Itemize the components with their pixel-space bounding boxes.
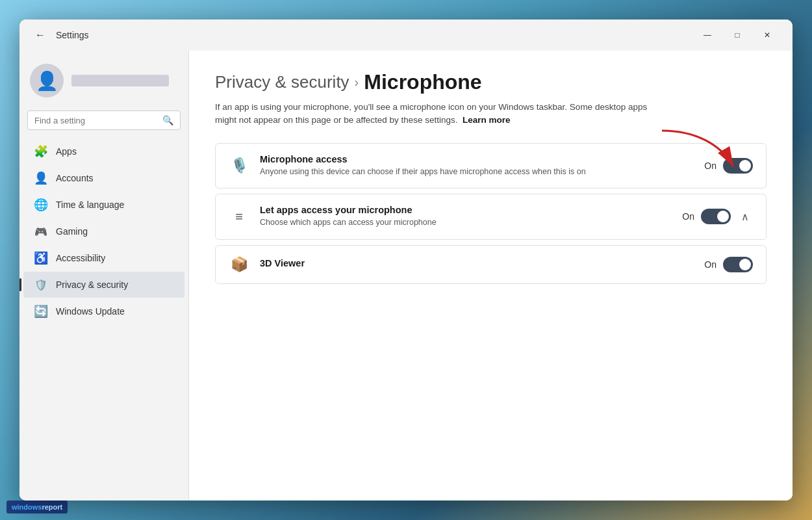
mic-access-state: On [704, 161, 717, 171]
close-button[interactable]: ✕ [752, 25, 782, 46]
card-control-let-apps: On ∧ [682, 209, 753, 224]
sidebar: 👤 🔍 🧩 Apps 👤 Accounts [19, 51, 188, 500]
minimize-button[interactable]: — [692, 25, 722, 46]
let-apps-state: On [682, 211, 694, 222]
card-title-let-apps: Let apps access your microphone [260, 205, 672, 215]
3d-viewer-toggle[interactable] [723, 257, 753, 272]
card-control-mic-access: On [704, 158, 753, 174]
settings-window: ← Settings — □ ✕ 👤 🔍 [19, 20, 793, 500]
sidebar-item-update[interactable]: 🔄 Windows Update [23, 298, 184, 324]
maximize-button[interactable]: □ [722, 25, 752, 46]
3d-viewer-icon: 📦 [229, 256, 249, 273]
let-apps-expand-button[interactable]: ∧ [737, 209, 753, 224]
card-title-mic-access: Microphone access [260, 154, 694, 164]
mic-access-toggle[interactable] [723, 158, 753, 174]
page-title: Microphone [364, 70, 481, 94]
gaming-label: Gaming [56, 226, 88, 237]
sidebar-item-accessibility[interactable]: ♿ Accessibility [23, 245, 184, 271]
watermark: windowsreport [6, 500, 68, 514]
search-box[interactable]: 🔍 [27, 110, 181, 130]
user-section: 👤 [19, 57, 188, 110]
card-title-3d-viewer: 3D Viewer [260, 258, 694, 268]
avatar: 👤 [30, 64, 64, 98]
accounts-icon: 👤 [34, 171, 48, 185]
sidebar-item-gaming[interactable]: 🎮 Gaming [23, 218, 184, 244]
card-desc-mic-access: Anyone using this device can choose if t… [260, 166, 694, 178]
accounts-label: Accounts [56, 173, 94, 183]
page-description: If an app is using your microphone, you'… [215, 101, 657, 127]
apps-icon: 🧩 [34, 144, 48, 159]
let-apps-toggle[interactable] [701, 209, 731, 224]
privacy-icon: 🛡️ [34, 278, 48, 292]
main-layout: 👤 🔍 🧩 Apps 👤 Accounts [19, 51, 793, 500]
nav-list: 🧩 Apps 👤 Accounts 🌐 Time & language 🎮 Ga… [19, 138, 188, 325]
sidebar-item-accounts[interactable]: 👤 Accounts [23, 165, 184, 191]
update-label: Windows Update [56, 306, 125, 317]
time-icon: 🌐 [34, 198, 48, 212]
3d-viewer-card: 📦 3D Viewer On [215, 245, 767, 284]
sidebar-item-apps[interactable]: 🧩 Apps [23, 138, 184, 164]
gaming-icon: 🎮 [34, 224, 48, 239]
let-apps-access-card: ≡ Let apps access your microphone Choose… [215, 194, 767, 240]
username-placeholder [71, 75, 169, 86]
apps-list-icon: ≡ [229, 209, 249, 224]
breadcrumb: Privacy & security › Microphone [215, 70, 767, 94]
card-body-3d-viewer: 3D Viewer [260, 258, 694, 270]
card-desc-let-apps: Choose which apps can access your microp… [260, 217, 672, 229]
search-icon[interactable]: 🔍 [162, 115, 173, 125]
content-area: Privacy & security › Microphone If an ap… [189, 51, 793, 500]
card-body-let-apps: Let apps access your microphone Choose w… [260, 205, 672, 229]
titlebar: ← Settings — □ ✕ [19, 20, 793, 51]
window-controls: — □ ✕ [692, 25, 782, 46]
sidebar-item-privacy[interactable]: 🛡️ Privacy & security [23, 272, 184, 298]
window-title: Settings [56, 30, 89, 40]
update-icon: 🔄 [34, 304, 48, 318]
card-body-mic-access: Microphone access Anyone using this devi… [260, 154, 694, 178]
microphone-access-card: 🎙️ Microphone access Anyone using this d… [215, 143, 767, 189]
time-label: Time & language [56, 200, 124, 210]
apps-label: Apps [56, 146, 77, 157]
privacy-label: Privacy & security [56, 280, 128, 290]
back-button[interactable]: ← [30, 25, 51, 46]
card-control-3d-viewer: On [704, 257, 753, 272]
accessibility-icon: ♿ [34, 251, 48, 265]
watermark-suffix: report [42, 503, 62, 511]
search-input[interactable] [34, 116, 157, 125]
breadcrumb-parent: Privacy & security [215, 72, 349, 92]
breadcrumb-separator: › [355, 75, 359, 90]
accessibility-label: Accessibility [56, 253, 105, 263]
user-icon: 👤 [36, 70, 58, 92]
3d-viewer-state: On [704, 259, 717, 270]
watermark-prefix: windows [12, 503, 42, 511]
microphone-icon: 🎙️ [229, 157, 249, 174]
settings-cards: 🎙️ Microphone access Anyone using this d… [215, 143, 767, 284]
sidebar-item-time[interactable]: 🌐 Time & language [23, 192, 184, 218]
learn-more-link[interactable]: Learn more [463, 115, 511, 125]
